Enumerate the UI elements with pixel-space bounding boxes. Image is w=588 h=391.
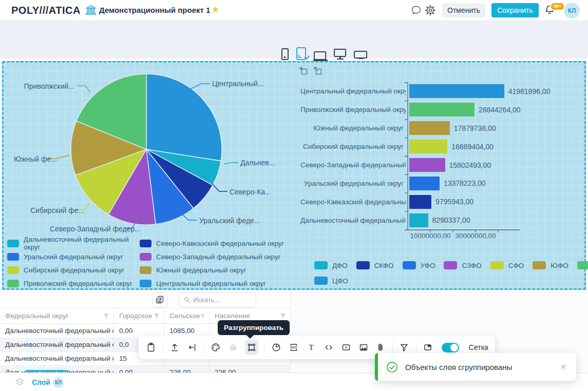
image-tool-icon[interactable] <box>357 341 369 354</box>
legend-label: ЦФО <box>332 277 348 285</box>
grid-toggle[interactable] <box>442 343 459 353</box>
toast-close-icon[interactable]: × <box>560 362 566 372</box>
pie-callout-central: Центральный... <box>212 80 264 88</box>
bar-category-label: Южный федеральный округ <box>300 124 406 132</box>
legend-item[interactable]: УФО <box>403 261 435 269</box>
legend-item[interactable]: Сибирский федеральный округ <box>7 266 140 274</box>
legend-item[interactable]: СКФО <box>356 261 394 269</box>
legend-item[interactable]: ПФО <box>577 261 588 269</box>
legend-item[interactable]: СЗФО <box>444 261 481 269</box>
video-tool-icon[interactable] <box>340 341 352 354</box>
favorite-star-icon[interactable]: ★ <box>212 4 219 15</box>
polymatica-logo: POLY///ATICA <box>11 5 81 16</box>
chat-button[interactable] <box>410 5 422 16</box>
legend-label: Сибирский федеральный округ <box>24 266 124 274</box>
pie-legend: Дальневосточный федеральный округСеверо-… <box>7 237 284 290</box>
legend-swatch <box>140 266 151 274</box>
legend-item[interactable]: Северо-Кавказский федеральный округ <box>140 240 284 247</box>
filter-funnel-icon[interactable] <box>200 313 205 319</box>
search-input[interactable] <box>193 296 251 304</box>
legend-label: Приволжский федеральный округ <box>24 280 132 287</box>
legend-item[interactable]: Приволжский федеральный округ <box>7 280 140 287</box>
svg-text:SVG: SVG <box>290 345 297 349</box>
legend-swatch <box>7 240 19 247</box>
text-tool-icon[interactable]: T <box>305 341 317 354</box>
bar-xtick-30m: 30000000,00 <box>452 232 499 240</box>
pie-chart-tool-icon[interactable] <box>270 341 282 354</box>
cancel-button[interactable]: Отменить <box>442 3 485 17</box>
legend-swatch <box>140 240 151 247</box>
legend-item[interactable]: ЮФО <box>533 261 568 269</box>
table-cell: Дальневосточный федеральный округ <box>0 338 114 352</box>
toast-notification: Объекты слоя сгруппированы × <box>375 353 576 381</box>
upload-icon[interactable] <box>169 341 181 354</box>
pie-chart[interactable] <box>67 72 227 227</box>
header-divider <box>80 5 80 16</box>
tray-icon-disabled <box>227 341 239 354</box>
toolbar-separator <box>264 341 264 354</box>
ungroup-arrow-icon[interactable] <box>313 66 322 75</box>
notifications-bell-icon[interactable]: 99+ <box>544 4 556 17</box>
toolbar-separator <box>163 341 163 354</box>
panel-layout-icon[interactable] <box>422 341 434 354</box>
settings-gear-icon[interactable] <box>425 5 436 16</box>
device-tablet-icon-selected[interactable] <box>296 47 306 60</box>
save-button[interactable]: Сохранить <box>491 3 539 17</box>
selected-check-icon <box>304 55 310 60</box>
bank-icon <box>85 5 97 15</box>
device-size-switcher <box>281 47 367 60</box>
device-laptop-icon[interactable] <box>314 51 326 60</box>
column-header-urban[interactable]: Городское <box>114 308 164 323</box>
table-toolbar <box>0 292 290 308</box>
filter-tool-icon[interactable] <box>399 341 410 354</box>
user-avatar[interactable]: КЛ <box>564 3 580 18</box>
layer-tab-label[interactable]: Слой <box>32 378 50 386</box>
legend-item[interactable]: Южный федеральный округ <box>140 266 246 274</box>
pie-slice[interactable] <box>146 74 222 161</box>
add-to-group-icon[interactable] <box>299 66 308 75</box>
legend-item[interactable]: ДФО <box>314 261 348 269</box>
insert-left-icon[interactable] <box>186 341 198 354</box>
pie-callout-szapadny: Северо-Западный федер... <box>50 225 141 233</box>
device-monitor-icon[interactable] <box>334 49 346 57</box>
pie-callout-uralsky: Уральский феде... <box>199 217 260 225</box>
toolbar-separator <box>204 341 204 354</box>
filter-funnel-icon[interactable] <box>280 313 286 319</box>
legend-swatch <box>314 261 328 269</box>
bar-xtick-10m: 10000000,00 <box>407 232 454 240</box>
legend-item[interactable]: Центральный федеральный округ <box>140 280 266 287</box>
legend-item[interactable]: Уральский федеральный округ <box>7 253 140 261</box>
bar-category-label: Сибирский федеральный округ <box>300 143 406 150</box>
toast-message: Объекты слоя сгруппированы <box>405 363 512 372</box>
legend-item[interactable]: ЦФО <box>314 277 348 285</box>
tooltip-ungroup: Разгруппировать <box>218 320 290 335</box>
legend-label: Южный федеральный округ <box>156 266 246 274</box>
ungroup-icon-active[interactable] <box>245 340 259 355</box>
attach-link-icon[interactable] <box>375 341 387 354</box>
table-horizontal-scrollbar[interactable] <box>26 370 67 372</box>
legend-item[interactable]: Дальневосточный федеральный округ <box>7 236 140 251</box>
legend-swatch <box>403 261 416 269</box>
filter-funnel-icon[interactable] <box>103 313 109 319</box>
paste-icon[interactable] <box>145 341 157 354</box>
project-title[interactable]: Демонстрационный проект 1 <box>99 6 210 14</box>
device-tv-icon[interactable] <box>354 51 367 58</box>
column-header-district[interactable]: Федеральный округ <box>0 308 114 323</box>
filter-funnel-icon[interactable] <box>154 313 160 319</box>
svg-text:T: T <box>309 343 313 351</box>
legend-label: СЗФО <box>462 262 481 269</box>
bar-chart-axis <box>405 81 526 241</box>
legend-swatch <box>7 253 19 261</box>
legend-item[interactable]: Северо-Западный федеральный округ <box>140 253 281 261</box>
table-copy-icon[interactable] <box>152 292 167 307</box>
bar-category-label: Дальневосточный федеральный ок... <box>300 217 406 224</box>
bar-category-label: Приволжский федеральный округ <box>300 106 406 113</box>
palette-icon[interactable] <box>210 341 222 354</box>
svg-tool-icon[interactable]: SVG <box>288 341 299 354</box>
column-header-rural[interactable]: Сельское <box>164 308 210 323</box>
table-cell: Дальневосточный федеральный округ <box>0 352 114 366</box>
device-phone-icon[interactable] <box>281 48 289 60</box>
legend-item[interactable]: СФО <box>490 261 524 269</box>
code-tool-icon[interactable] <box>323 341 334 354</box>
bar-category-label: Северо-Кавказский федеральный ... <box>300 198 406 206</box>
